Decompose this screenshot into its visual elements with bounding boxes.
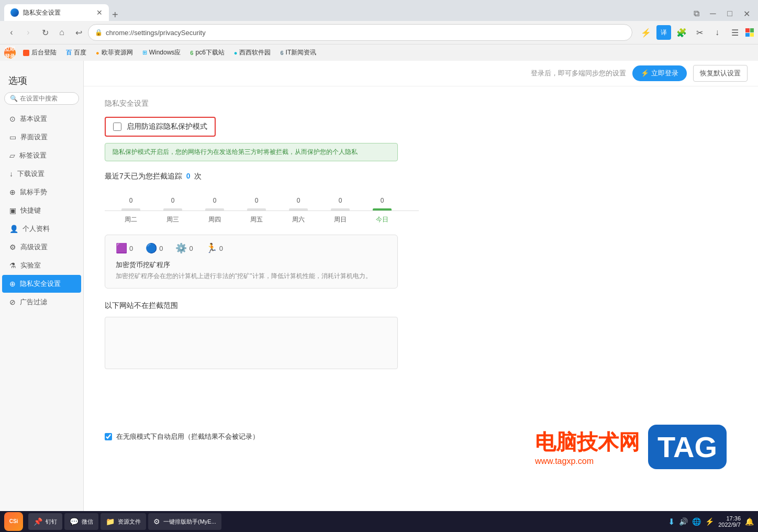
settings-topbar: 登录后，即可多端同步您的设置 ⚡ 立即登录 恢复默认设置 [84, 61, 758, 86]
download-btn[interactable]: ↓ [710, 25, 724, 40]
tab-close-btn[interactable]: ✕ [96, 8, 103, 17]
privacy-settings-icon: ⊕ [9, 280, 16, 288]
sidebar-item-ui[interactable]: ▭ 界面设置 [2, 128, 81, 146]
sidebar-item-basic[interactable]: ⊙ 基本设置 [2, 110, 81, 128]
sidebar-item-shortcut[interactable]: ▣ 快捷键 [2, 202, 81, 219]
formatter-label: 一键排版助手(MyE... [163, 518, 216, 526]
watermark-text-block: 电脑技术网 www.tagxp.com [535, 428, 640, 466]
tab-favicon [10, 8, 19, 17]
bookmarks-bar: 立即登录 后台登陆 百 百度 ● 欧菲资源网 ⊞ Windows应 6 pc6下… [0, 44, 758, 61]
profile-settings-icon: 👤 [9, 225, 18, 233]
card-count-2: 0 [159, 245, 163, 252]
chart-area: 0 0 0 0 0 0 0 [105, 192, 419, 235]
sidebar-item-lab[interactable]: ⚗ 实验室 [2, 257, 81, 274]
bookmark-pc6[interactable]: 6 pc6下载站 [186, 47, 228, 58]
bookmark-baidu[interactable]: 百 百度 [62, 47, 91, 58]
sidebar-item-tabs[interactable]: ▱ 标签设置 [2, 147, 81, 164]
content-area: 隐私安全设置 启用防追踪隐私保护模式 隐私保护模式开启后，您的网络行为在发送给第… [84, 86, 758, 454]
lightning-btn[interactable]: ⚡ [639, 25, 653, 40]
sidebar-item-gesture[interactable]: ⊕ 鼠标手势 [2, 183, 81, 201]
home-btn[interactable]: ⌂ [54, 25, 69, 40]
active-tab[interactable]: 隐私安全设置 ✕ [4, 4, 109, 21]
tray-sound-icon: 🔊 [679, 517, 688, 526]
menu-btn[interactable]: ☰ [728, 25, 742, 40]
card-count-1: 0 [129, 245, 133, 252]
settings-search-box[interactable]: 🔍 [4, 92, 79, 105]
start-button[interactable]: CSi [4, 512, 23, 531]
card-icon-blue: 🔵 [146, 242, 157, 254]
chart-bar-fri [277, 208, 319, 210]
user-avatar[interactable]: 立即登录 [4, 47, 16, 59]
stats-header: 最近7天已为您拦截追踪 0 次 [105, 172, 727, 181]
tray-battery-icon: ⚡ [705, 517, 714, 526]
sidebar-item-privacy[interactable]: ⊕ 隐私安全设置 [2, 275, 81, 293]
forward-btn[interactable]: › [21, 25, 36, 40]
dingding-icon: 📌 [34, 517, 42, 526]
gesture-settings-icon: ⊕ [9, 188, 16, 196]
chart-labels-row: 周二 周三 周四 周五 周六 周日 今日 [105, 215, 419, 224]
settings-sidebar: 选项 🔍 ⊙ 基本设置 ▭ 界面设置 ▱ 标签设置 ↓ 下载设置 [0, 61, 84, 532]
card-icon-gear: ⚙️ [175, 242, 187, 254]
taskbar-app-files[interactable]: 📁 资源文件 [101, 513, 146, 530]
bookmark-oufei[interactable]: ● 欧菲资源网 [92, 47, 137, 58]
translate-btn[interactable]: 译 [656, 25, 671, 40]
sidebar-item-adblock[interactable]: ⊘ 广告过滤 [2, 293, 81, 311]
restore-defaults-btn[interactable]: 恢复默认设置 [693, 65, 748, 82]
privacy-protection-checkbox[interactable] [113, 123, 121, 131]
chart-val-fri: 0 [277, 197, 319, 204]
basic-settings-icon: ⊙ [9, 115, 16, 123]
settings-wrapper: 选项 🔍 ⊙ 基本设置 ▭ 界面设置 ▱ 标签设置 ↓ 下载设置 [0, 61, 758, 532]
refresh-btn[interactable]: ↻ [38, 25, 52, 40]
bookmark-it[interactable]: 6 IT新闻资讯 [276, 47, 320, 58]
bookmark-xixi-icon: ● [234, 50, 238, 56]
clock-time: 17:36 [718, 515, 741, 522]
history-btn[interactable]: ↩ [71, 25, 86, 40]
new-tab-button[interactable]: + [112, 9, 118, 21]
taskbar-app-wechat[interactable]: 💬 微信 [64, 513, 98, 530]
maximize-btn[interactable]: □ [722, 6, 737, 21]
notification-icon[interactable]: 🔔 [745, 517, 754, 526]
ui-settings-icon: ▭ [9, 133, 16, 141]
watermark: 电脑技术网 www.tagxp.com TAG [535, 425, 727, 469]
wechat-icon: 💬 [70, 517, 79, 526]
address-bar[interactable]: 🔒 chrome://settings/privacySecurity [88, 24, 632, 41]
card-icon-orange: 🏃 [206, 242, 217, 254]
settings-search-input[interactable] [20, 95, 73, 102]
watermark-title: 电脑技术网 [535, 428, 640, 457]
close-btn[interactable]: ✕ [739, 6, 754, 21]
taskbar-app-dingding[interactable]: 📌 钉钉 [28, 513, 62, 530]
sidebar-item-profile[interactable]: 👤 个人资料 [2, 220, 81, 238]
bookmark-backdoor-icon [23, 50, 29, 56]
search-icon: 🔍 [10, 95, 18, 102]
chart-val-mon: 0 [110, 197, 152, 204]
info-card: 🟪 0 🔵 0 ⚙️ 0 🏃 0 [105, 235, 398, 289]
scissors-btn[interactable]: ✂ [692, 25, 707, 40]
card-title: 加密货币挖矿程序 [116, 260, 387, 270]
minimize-btn[interactable]: ─ [706, 6, 720, 21]
back-btn[interactable]: ‹ [4, 25, 19, 40]
card-icon-item-1: 🟪 0 [116, 242, 133, 254]
windows-logo-icon [745, 28, 754, 37]
bookmark-oufei-icon: ● [96, 50, 99, 56]
tab-overlay-btn[interactable]: ⧉ [689, 6, 704, 21]
sidebar-item-download[interactable]: ↓ 下载设置 [2, 165, 81, 183]
dingding-label: 钉钉 [46, 518, 57, 526]
bookmark-backdoor[interactable]: 后台登陆 [19, 47, 61, 58]
extension-btn[interactable]: 🧩 [674, 25, 689, 40]
chart-val-sat: 0 [319, 197, 361, 204]
bookmark-xixi[interactable]: ● 西西软件园 [230, 47, 275, 58]
bookmark-windows[interactable]: ⊞ Windows应 [138, 47, 185, 58]
privacy-protection-box[interactable]: 启用防追踪隐私保护模式 [105, 117, 216, 137]
taskbar-clock-area: 17:36 2022/9/7 [718, 515, 741, 528]
auto-mode-checkbox[interactable] [105, 433, 112, 440]
privacy-protection-label: 启用防追踪隐私保护模式 [127, 122, 207, 131]
chart-val-today: 0 [361, 197, 403, 204]
login-now-btn[interactable]: ⚡ 立即登录 [632, 65, 687, 81]
browser-controls: ‹ › ↻ ⌂ ↩ 🔒 chrome://settings/privacySec… [0, 21, 758, 44]
chart-label-tue: 周三 [152, 215, 194, 224]
watermark-tag: TAG [648, 425, 727, 469]
shortcut-settings-icon: ▣ [9, 206, 16, 215]
taskbar-app-formatter[interactable]: ⚙ 一键排版助手(MyE... [148, 513, 221, 530]
sidebar-item-advanced[interactable]: ⚙ 高级设置 [2, 238, 81, 256]
bookmark-baidu-icon: 百 [66, 49, 72, 57]
